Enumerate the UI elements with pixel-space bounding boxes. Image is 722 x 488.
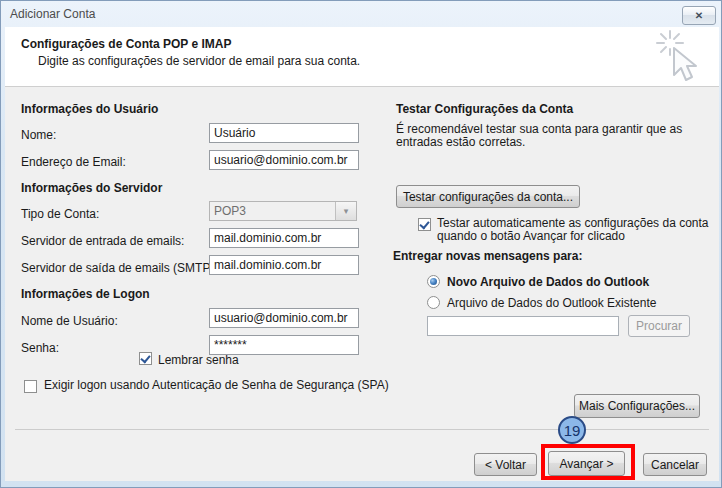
logon-info-heading: Informações de Logon (21, 287, 150, 301)
new-data-file-radio[interactable] (427, 275, 440, 288)
dialog-content: Configurações de Conta POP e IMAP Digite… (5, 27, 719, 481)
click-starburst-cursor-icon (651, 29, 709, 88)
dropdown-arrow-icon: ▾ (335, 202, 356, 220)
close-icon: ✕ (695, 10, 703, 21)
page-title: Configurações de Conta POP e IMAP (21, 37, 231, 51)
deliver-messages-heading: Entregar novas mensagens para: (393, 249, 582, 263)
new-data-file-label[interactable]: Novo Arquivo de Dados do Outlook (447, 275, 649, 289)
existing-data-file-label[interactable]: Arquivo de Dados do Outlook Existente (447, 296, 656, 310)
cancel-button[interactable]: Cancelar (643, 453, 707, 476)
next-button[interactable]: Avançar > (548, 451, 625, 476)
test-settings-description: É recomendável testar sua conta para gar… (396, 123, 711, 149)
step-number: 19 (564, 422, 581, 439)
footer-separator (15, 429, 709, 430)
remember-password-label[interactable]: Lembrar senha (158, 353, 239, 367)
test-account-settings-button[interactable]: Testar configurações da conta... (396, 185, 580, 208)
outgoing-server-label: Servidor de saída de emails (SMTP): (21, 261, 218, 275)
password-input[interactable] (209, 335, 359, 355)
incoming-server-label: Servidor de entrada de emails: (21, 234, 184, 248)
email-label: Endereço de Email: (21, 155, 126, 169)
data-file-path-input (427, 316, 619, 336)
step-annotation-badge: 19 (558, 416, 586, 444)
server-info-heading: Informações do Servidor (21, 181, 162, 195)
name-input[interactable] (209, 123, 359, 143)
add-account-dialog: Adicionar Conta ✕ Configurações de Conta… (0, 0, 722, 488)
page-subtitle: Digite as configurações de servidor de e… (38, 54, 360, 68)
more-settings-button[interactable]: Mais Configurações... (574, 394, 700, 418)
close-button[interactable]: ✕ (682, 6, 716, 25)
spa-checkbox[interactable] (24, 380, 37, 393)
wizard-header: Configurações de Conta POP e IMAP Digite… (5, 27, 719, 87)
username-input[interactable] (209, 308, 359, 328)
name-label: Nome: (21, 128, 56, 142)
password-label: Senha: (21, 341, 59, 355)
auto-test-label[interactable]: Testar automaticamente as configurações … (437, 217, 709, 243)
title-bar[interactable]: Adicionar Conta ✕ (1, 1, 721, 27)
auto-test-checkbox[interactable] (418, 218, 431, 231)
incoming-server-input[interactable] (209, 228, 359, 248)
outgoing-server-input[interactable] (209, 255, 359, 275)
email-input[interactable] (209, 150, 359, 170)
account-type-label: Tipo de Conta: (21, 207, 99, 221)
back-button[interactable]: < Voltar (474, 453, 537, 476)
test-settings-heading: Testar Configurações da Conta (396, 102, 573, 116)
account-type-dropdown: POP3 ▾ (209, 201, 357, 221)
existing-data-file-radio[interactable] (427, 296, 440, 309)
remember-password-checkbox[interactable] (139, 352, 152, 365)
window-title: Adicionar Conta (10, 7, 95, 21)
spa-label[interactable]: Exigir logon usando Autenticação de Senh… (44, 379, 389, 392)
browse-button: Procurar (628, 315, 690, 337)
user-info-heading: Informações do Usuário (21, 102, 158, 116)
username-label: Nome de Usuário: (21, 314, 118, 328)
account-type-value: POP3 (214, 204, 246, 218)
